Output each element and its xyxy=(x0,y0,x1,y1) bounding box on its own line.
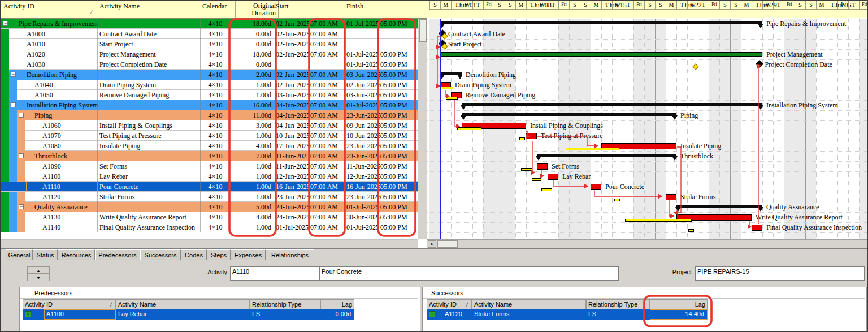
critical-activity-bar[interactable] xyxy=(548,174,558,180)
calendar-value: 4×10 xyxy=(200,101,231,109)
activity-name: Lay Rebar xyxy=(99,173,128,180)
critical-activity-bar[interactable] xyxy=(666,194,676,200)
table-row[interactable]: A1050Remove Damaged Piping4×101.00d03-Ju… xyxy=(1,90,418,100)
critical-activity-bar[interactable] xyxy=(752,225,762,231)
gantt-horizontal-scrollbar[interactable]: < xyxy=(427,239,868,248)
relation-column-header[interactable]: Activity ID/ xyxy=(427,299,472,309)
table-row[interactable]: −Piping4×1011.00d04-Jun-202507:00 AM23-J… xyxy=(1,110,418,120)
table-row[interactable]: A1070Test Piping at Pressure4×101.00d10-… xyxy=(1,131,418,141)
p6-window: Activity ID / Activity Name Calendar Ori… xyxy=(0,0,868,332)
gantt-bar-label: Start Project xyxy=(448,40,482,48)
critical-activity-bar[interactable] xyxy=(537,163,548,170)
summary-bar[interactable] xyxy=(462,103,762,106)
original-duration-value: 1.00d xyxy=(231,223,271,231)
start-time: 07:00 AM xyxy=(310,81,338,89)
original-duration-value: 18.00d xyxy=(231,20,271,28)
activity-name: Test Piping at Pressure xyxy=(99,132,161,140)
activity-id: A1120 xyxy=(42,193,60,201)
start-time: 07:00 AM xyxy=(310,193,338,201)
column-gridline xyxy=(344,19,345,250)
start-date: 24-Jun-2025 xyxy=(276,213,310,221)
gantt-bar-label: Project Management xyxy=(766,50,823,58)
summary-bar[interactable] xyxy=(440,21,762,24)
start-date: 02-Jun-2025 xyxy=(276,30,310,38)
relation-column-header[interactable]: Relationship Type xyxy=(586,299,650,309)
table-row[interactable]: A1040Drain Piping System4×101.00d02-Jun-… xyxy=(1,80,418,90)
activity-name: Drain Piping System xyxy=(99,81,156,89)
gantt-horizontal-scrollbar-thumb[interactable] xyxy=(437,240,458,248)
table-row[interactable]: −Quality Assuarance4×105.00d24-Jun-20250… xyxy=(1,202,418,212)
scroll-left-button[interactable]: < xyxy=(428,240,436,248)
wbs-indent-band xyxy=(1,70,9,80)
column-gridline xyxy=(231,19,231,250)
table-row[interactable]: −Installation Piping System4×1016.00d04-… xyxy=(1,100,418,110)
wbs-indent-band xyxy=(1,29,9,39)
finish-date: 03-Jun-2025 xyxy=(346,91,381,99)
start-time: 07:00 AM xyxy=(310,91,338,99)
table-row[interactable]: A1030Project Completion Date4×100.00d01-… xyxy=(1,59,418,70)
wbs-indent-band xyxy=(9,131,17,141)
table-row[interactable]: A1120Strike Forms4×101.00d23-Jun-202507:… xyxy=(1,192,418,202)
collapse-icon[interactable]: − xyxy=(19,204,24,209)
wbs-name: Quality Assuarance xyxy=(34,203,88,211)
table-row[interactable]: A1060Install Piping & Couplings4×103.00d… xyxy=(1,120,418,131)
wbs-indent-band xyxy=(1,222,9,232)
wbs-indent-band xyxy=(1,151,9,161)
wbs-name: Piping xyxy=(34,111,52,119)
data-date-line xyxy=(440,19,441,239)
table-row[interactable]: A1000Contract Award Date4×100.00d02-Jun-… xyxy=(1,29,418,39)
row-gridline xyxy=(427,182,868,182)
nonwork-shading xyxy=(429,19,440,239)
activity-name: Final Quality Assurance Inspection xyxy=(99,223,195,231)
wbs-name: Thrustblock xyxy=(34,152,67,160)
finish-time: 05:00 PM xyxy=(380,111,407,119)
collapse-icon[interactable]: − xyxy=(11,72,16,77)
table-horizontal-scrollbar[interactable] xyxy=(1,239,418,248)
critical-activity-bar[interactable] xyxy=(526,133,537,139)
activity-table: −Pipe Repairs & Improvement4×1018.00d02-… xyxy=(1,1,418,239)
table-row[interactable]: −Thrustblock4×107.00d11-Jun-202507:00 AM… xyxy=(1,151,418,161)
table-row[interactable]: A1020Project Management4×1018.00d02-Jun-… xyxy=(1,49,418,59)
original-duration-value: 4.00d xyxy=(231,142,271,150)
summary-bar-end xyxy=(675,207,681,212)
relation-column-header[interactable]: Activity Name xyxy=(472,299,586,309)
relation-column-header[interactable]: Lag xyxy=(650,299,708,309)
summary-bar[interactable] xyxy=(462,113,676,116)
finish-time: 05:00 PM xyxy=(380,71,407,79)
gantt-bar-label: Pour Concrete xyxy=(605,183,644,191)
table-row[interactable]: A1110Pour Concrete4×101.00d16-Jun-202507… xyxy=(1,182,418,192)
table-row[interactable]: A1100Lay Rebar4×101.00d12-Jun-202507:00 … xyxy=(1,171,418,182)
collapse-icon[interactable]: − xyxy=(19,153,24,158)
collapse-icon[interactable]: − xyxy=(3,21,8,26)
summary-bar[interactable] xyxy=(676,205,762,208)
table-vertical-scrollbar-thumb[interactable] xyxy=(419,19,427,42)
table-vertical-scrollbar[interactable] xyxy=(418,19,427,239)
baseline-bar xyxy=(457,127,481,130)
tab-relationships[interactable]: Relationships xyxy=(266,249,314,260)
start-date: 11-Jun-2025 xyxy=(276,162,310,170)
table-row[interactable]: A1090Set Forms4×101.00d11-Jun-202507:00 … xyxy=(1,161,418,171)
activity-name: Set Forms xyxy=(99,162,127,170)
day-gridline xyxy=(837,19,838,239)
summary-bar-end xyxy=(461,115,466,120)
critical-activity-bar[interactable] xyxy=(591,184,601,190)
collapse-icon[interactable]: − xyxy=(19,113,24,118)
summary-bar-end xyxy=(672,115,678,120)
activity-details-panel: GeneralStatusResourcesPredecessorsSucces… xyxy=(1,249,868,332)
collapse-icon[interactable]: − xyxy=(11,102,16,107)
table-row[interactable]: A1140Final Quality Assurance Inspection4… xyxy=(1,222,418,232)
calendar-value: 4×10 xyxy=(200,132,231,140)
table-row[interactable]: A1130Write Quality Assurance Report4×104… xyxy=(1,212,418,222)
table-row[interactable]: A1080Insulate Piping4×104.00d17-Jun-2025… xyxy=(1,141,418,151)
level-of-effort-bar[interactable] xyxy=(440,52,762,57)
calendar-value: 4×10 xyxy=(200,213,231,221)
original-duration-value: 7.00d xyxy=(231,152,271,160)
start-date: 23-Jun-2025 xyxy=(276,193,310,201)
summary-bar[interactable] xyxy=(537,154,676,157)
table-row[interactable]: A1010Start Project4×100.00d02-Jun-202507… xyxy=(1,39,418,49)
table-row[interactable]: −Pipe Repairs & Improvement4×1018.00d02-… xyxy=(1,19,418,29)
finish-date: 23-Jun-2025 xyxy=(346,111,381,119)
table-row[interactable]: −Demolition Piping4×102.00d02-Jun-202507… xyxy=(1,70,418,80)
wbs-name: Demolition Piping xyxy=(27,71,77,79)
wbs-indent-band xyxy=(1,202,9,212)
